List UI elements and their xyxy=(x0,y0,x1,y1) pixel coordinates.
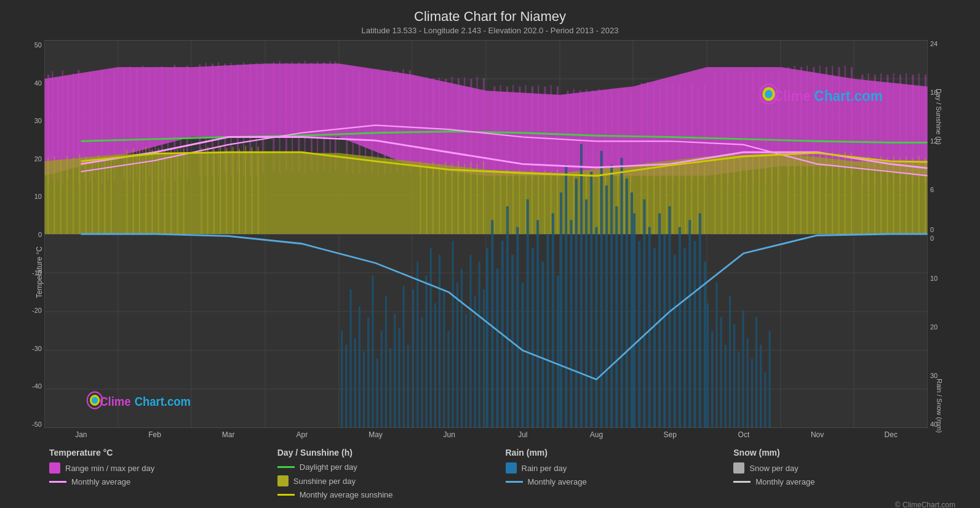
x-axis: Jan Feb Mar Apr May Jun Jul Aug Sep Oct … xyxy=(44,428,928,444)
svg-rect-302 xyxy=(491,220,493,429)
y-right-tick-0-bottom: 0 xyxy=(930,226,938,233)
svg-rect-218 xyxy=(599,175,600,234)
legend-swatch-sunshine xyxy=(277,475,289,486)
svg-rect-239 xyxy=(739,156,741,234)
svg-rect-327 xyxy=(615,206,618,428)
month-dec: Dec xyxy=(854,430,928,444)
svg-rect-353 xyxy=(738,352,739,428)
svg-rect-316 xyxy=(560,193,562,429)
svg-rect-259 xyxy=(874,158,875,234)
legend-swatch-temp-range xyxy=(49,462,60,474)
legend-item-temp-avg: Monthly average xyxy=(49,477,277,486)
legend-label-sunshine: Sunshine per day xyxy=(293,477,356,486)
svg-rect-275 xyxy=(372,276,373,429)
svg-rect-288 xyxy=(430,248,432,429)
svg-rect-296 xyxy=(465,313,467,428)
svg-rect-85 xyxy=(439,78,440,177)
svg-rect-235 xyxy=(714,156,715,234)
svg-rect-338 xyxy=(668,206,671,428)
svg-rect-181 xyxy=(201,148,202,235)
svg-rect-102 xyxy=(551,85,552,180)
svg-rect-342 xyxy=(688,220,691,429)
svg-rect-87 xyxy=(452,77,453,177)
svg-rect-319 xyxy=(575,179,578,428)
svg-rect-168 xyxy=(98,155,99,234)
svg-rect-356 xyxy=(751,359,753,429)
svg-rect-285 xyxy=(416,262,418,428)
y-tick-50: 50 xyxy=(34,41,42,49)
month-may: May xyxy=(339,430,413,444)
month-mar: Mar xyxy=(191,430,265,444)
y-tick-n40: -40 xyxy=(32,382,42,390)
svg-rect-330 xyxy=(631,193,633,429)
svg-rect-354 xyxy=(742,310,744,428)
svg-rect-282 xyxy=(403,286,405,428)
svg-rect-301 xyxy=(486,248,488,429)
month-jun: Jun xyxy=(412,430,486,444)
svg-rect-273 xyxy=(363,352,365,428)
svg-rect-245 xyxy=(778,156,779,234)
y-tick-n20: -20 xyxy=(32,307,42,314)
svg-rect-261 xyxy=(886,158,888,234)
svg-rect-286 xyxy=(421,317,423,428)
svg-rect-294 xyxy=(456,283,458,428)
legend-item-rain-avg: Monthly average xyxy=(506,477,734,486)
legend-title-temperature: Temperature °C xyxy=(49,448,277,458)
month-nov: Nov xyxy=(781,430,855,444)
svg-rect-255 xyxy=(845,151,846,234)
svg-rect-226 xyxy=(653,165,655,235)
legend-col-temperature: Temperature °C Range min / max per day M… xyxy=(49,448,277,499)
svg-rect-175 xyxy=(151,150,153,234)
svg-rect-348 xyxy=(715,283,717,428)
svg-rect-232 xyxy=(691,165,692,235)
legend-line-snow-avg xyxy=(733,481,751,483)
svg-rect-165 xyxy=(79,155,80,234)
svg-rect-317 xyxy=(565,165,567,429)
svg-rect-161 xyxy=(54,156,55,234)
month-jul: Jul xyxy=(486,430,560,444)
legend-col-rain: Rain (mm) Rain per day Monthly average xyxy=(506,448,734,499)
svg-rect-91 xyxy=(477,77,478,177)
month-apr: Apr xyxy=(265,430,339,444)
svg-rect-249 xyxy=(807,151,808,234)
svg-rect-292 xyxy=(447,331,449,429)
svg-rect-256 xyxy=(851,153,852,234)
svg-rect-244 xyxy=(771,155,773,234)
legend-label-snow-avg: Monthly average xyxy=(755,477,815,486)
svg-rect-360 xyxy=(769,331,771,429)
svg-rect-313 xyxy=(546,234,549,428)
legend-label-temp-avg: Monthly average xyxy=(71,477,130,486)
svg-rect-332 xyxy=(638,241,640,428)
svg-rect-186 xyxy=(233,147,234,234)
svg-rect-323 xyxy=(595,227,597,428)
svg-rect-331 xyxy=(633,213,635,428)
legend-col-snow: Snow (mm) Snow per day Monthly average ©… xyxy=(733,448,962,499)
chart-svg: Clime Chart.com Clime Chart.com xyxy=(44,40,928,428)
svg-text:Chart.com: Chart.com xyxy=(135,394,191,408)
svg-rect-160 xyxy=(47,158,49,234)
svg-rect-197 xyxy=(458,161,459,234)
svg-rect-326 xyxy=(610,165,613,429)
svg-rect-357 xyxy=(755,317,757,428)
svg-rect-308 xyxy=(521,283,524,428)
svg-rect-298 xyxy=(474,296,476,428)
svg-rect-314 xyxy=(552,213,554,428)
svg-rect-277 xyxy=(381,331,383,429)
chart-canvas: Clime Chart.com Clime Chart.com xyxy=(44,40,928,444)
svg-rect-324 xyxy=(600,151,603,428)
legend-label-rain-day: Rain per day xyxy=(522,464,567,473)
svg-rect-333 xyxy=(643,200,645,428)
svg-rect-225 xyxy=(647,163,648,234)
svg-rect-248 xyxy=(800,153,802,234)
chart-title: Climate Chart for Niamey xyxy=(414,9,566,25)
svg-rect-270 xyxy=(349,289,351,428)
svg-rect-309 xyxy=(527,200,529,428)
chart-subtitle: Latitude 13.533 - Longitude 2.143 - Elev… xyxy=(362,26,619,35)
svg-point-365 xyxy=(765,90,772,99)
svg-rect-166 xyxy=(86,156,87,234)
svg-rect-228 xyxy=(666,165,667,235)
svg-rect-295 xyxy=(461,268,463,428)
svg-rect-222 xyxy=(624,175,625,234)
svg-rect-345 xyxy=(704,262,706,428)
month-jan: Jan xyxy=(44,430,118,444)
